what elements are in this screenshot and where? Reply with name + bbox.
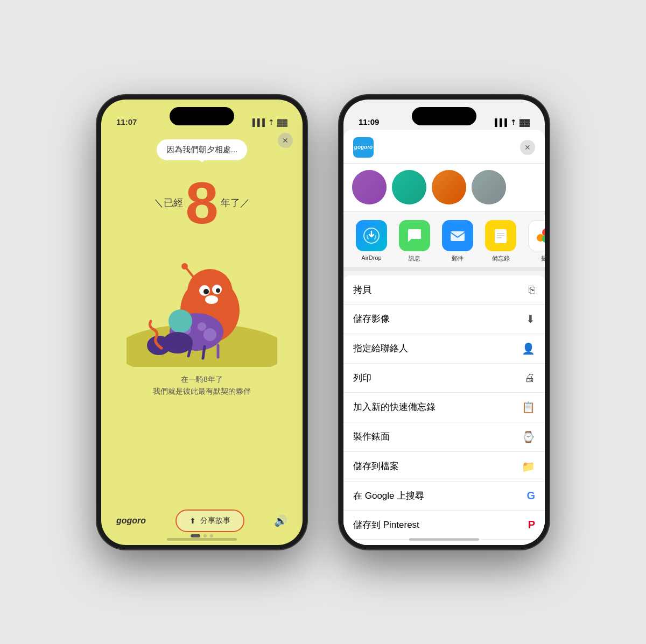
wifi-icon: ⇡: [268, 118, 274, 126]
airdrop-label: AirDrop: [361, 254, 381, 261]
app-messages[interactable]: 訊息: [393, 220, 436, 263]
svg-point-10: [203, 289, 209, 294]
app-reminders[interactable]: 提: [522, 220, 545, 263]
action-copy[interactable]: 拷貝 ⎘: [343, 275, 545, 305]
copy-icon: ⎘: [529, 284, 535, 296]
home-indicator-1: [167, 538, 237, 541]
wifi-icon-2: ⇡: [510, 118, 516, 126]
mail-icon: [442, 220, 473, 251]
messages-icon: [399, 220, 430, 251]
action-google-search[interactable]: 在 Google 上搜尋 G: [343, 482, 545, 511]
dynamic-island-1: [170, 107, 234, 125]
action-list: 拷貝 ⎘ 儲存影像 ⬇ 指定給聯絡人 👤 列印 🖨 加入新的快速備忘錄: [343, 275, 545, 545]
notes-label: 備忘錄: [492, 254, 510, 263]
person-avatar-4[interactable]: [472, 170, 506, 204]
action-assign-contact[interactable]: 指定給聯絡人 👤: [343, 334, 545, 364]
share-header: gogoro ✕: [343, 130, 545, 164]
app-mail[interactable]: 郵件: [436, 220, 479, 263]
action-copy-label: 拷貝: [353, 284, 371, 296]
time-2: 11:09: [359, 117, 379, 126]
mail-label: 郵件: [452, 254, 464, 263]
progress-dots: [191, 534, 213, 537]
action-pinterest[interactable]: 儲存到 Pinterest P: [343, 511, 545, 540]
action-save-image[interactable]: 儲存影像 ⬇: [343, 305, 545, 334]
airdrop-icon: [356, 220, 387, 251]
battery-icon-2: ▓▓: [519, 118, 530, 126]
dot-3: [210, 534, 213, 537]
share-upload-icon: ⬆: [189, 516, 196, 525]
app-airdrop[interactable]: AirDrop: [350, 220, 393, 263]
status-icons-1: ▐▐▐ ⇡ ▓▓: [250, 118, 287, 126]
phone-2: 11:09 ▐▐▐ ⇡ ▓▓ gogoro ✕: [339, 95, 549, 549]
home-indicator-2: [409, 538, 479, 541]
svg-rect-21: [451, 231, 465, 241]
folder-icon: 📁: [522, 460, 535, 473]
action-google-label: 在 Google 上搜尋: [353, 490, 424, 502]
action-quick-note-label: 加入新的快速備忘錄: [353, 401, 436, 413]
share-story-button[interactable]: ⬆ 分享故事: [175, 509, 244, 532]
signal-icon-2: ▐▐▐: [492, 118, 507, 126]
gogoro-badge: gogoro: [353, 137, 374, 158]
person-avatar-2[interactable]: [392, 170, 426, 204]
quick-note-icon: 📋: [522, 401, 535, 414]
action-print-label: 列印: [353, 372, 371, 384]
action-print[interactable]: 列印 🖨: [343, 364, 545, 393]
dynamic-island-2: [412, 107, 476, 125]
reminders-icon: [528, 220, 545, 251]
share-btn-label: 分享故事: [200, 516, 230, 526]
action-watch-face-label: 製作錶面: [353, 430, 390, 443]
svg-point-12: [205, 295, 218, 304]
reminders-label: 提: [541, 254, 545, 263]
contact-icon: 👤: [522, 342, 535, 355]
status-icons-2: ▐▐▐ ⇡ ▓▓: [492, 118, 530, 126]
google-icon: G: [526, 490, 535, 502]
dot-2: [203, 534, 207, 537]
svg-rect-22: [495, 229, 507, 243]
svg-point-14: [181, 263, 188, 270]
action-pinterest-label: 儲存到 Pinterest: [353, 519, 419, 531]
hero-text: ＼已經 8 年了／: [154, 173, 249, 232]
gogoro-illustration: [127, 227, 277, 367]
prefix-text: ＼已經: [154, 196, 183, 209]
phone-1: 11:07 ▐▐▐ ⇡ ▓▓ ✕ 因為我們朝夕相處... ＼已經 8 年了／: [97, 95, 307, 549]
print-icon: 🖨: [524, 372, 535, 384]
svg-point-6: [168, 309, 192, 333]
battery-icon: ▓▓: [277, 118, 287, 126]
volume-icon[interactable]: 🔊: [274, 514, 287, 527]
svg-point-5: [203, 328, 216, 341]
action-watch-face[interactable]: 製作錶面 ⌚: [343, 422, 545, 452]
save-image-icon: ⬇: [526, 313, 535, 325]
action-save-files-label: 儲存到檔案: [353, 460, 399, 472]
svg-point-7: [187, 269, 233, 314]
person-avatar-1[interactable]: [352, 170, 387, 204]
caption: 在一騎8年了 我們就是彼此最有默契的夥伴: [153, 373, 251, 398]
svg-point-4: [198, 322, 206, 331]
people-row: [343, 164, 545, 211]
svg-line-13: [186, 267, 196, 281]
action-save-files[interactable]: 儲存到檔案 📁: [343, 452, 545, 482]
svg-point-11: [216, 288, 220, 293]
share-sheet-close-button[interactable]: ✕: [520, 140, 535, 155]
phone2-content: gogoro ✕: [343, 130, 545, 545]
pinterest-icon: P: [528, 519, 535, 531]
person-avatar-3[interactable]: [432, 170, 466, 204]
caption-line1: 在一騎8年了: [153, 373, 251, 385]
speech-bubble: 因為我們朝夕相處...: [157, 139, 248, 160]
phone1-bottom: gogoro ⬆ 分享故事 🔊: [101, 509, 303, 532]
signal-icon: ▐▐▐: [250, 118, 265, 126]
gogoro-logo-1: gogoro: [116, 516, 146, 526]
big-number: 8: [185, 173, 218, 232]
svg-line-18: [203, 346, 205, 358]
notes-icon: [485, 220, 516, 251]
caption-line2: 我們就是彼此最有默契的夥伴: [153, 385, 251, 397]
messages-label: 訊息: [409, 254, 420, 263]
action-assign-label: 指定給聯絡人: [353, 342, 408, 355]
watch-icon: ⌚: [522, 430, 535, 443]
action-save-image-label: 儲存影像: [353, 313, 390, 325]
apps-row: AirDrop 訊息: [343, 211, 545, 271]
time-1: 11:07: [116, 117, 137, 126]
app-notes[interactable]: 備忘錄: [479, 220, 522, 263]
action-quick-note[interactable]: 加入新的快速備忘錄 📋: [343, 393, 545, 422]
phone1-content: 因為我們朝夕相處... ＼已經 8 年了／: [101, 130, 303, 545]
suffix-text: 年了／: [221, 196, 250, 209]
